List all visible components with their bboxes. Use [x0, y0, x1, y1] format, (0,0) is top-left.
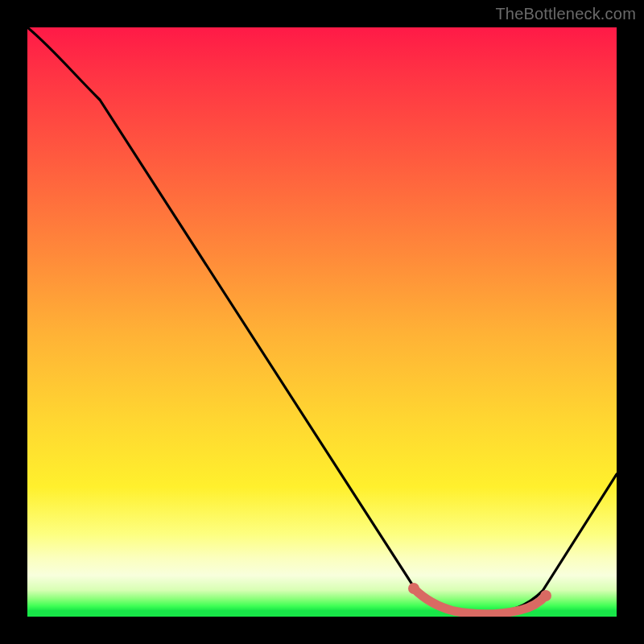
optimal-range-marker — [414, 588, 546, 614]
bottleneck-curve — [27, 27, 617, 613]
marker-dot-right — [540, 590, 551, 601]
marker-dot-left — [408, 583, 419, 594]
curve-svg — [27, 27, 617, 617]
chart-container: TheBottleneck.com — [0, 0, 644, 644]
watermark-text: TheBottleneck.com — [495, 5, 636, 23]
plot-area — [27, 27, 617, 617]
